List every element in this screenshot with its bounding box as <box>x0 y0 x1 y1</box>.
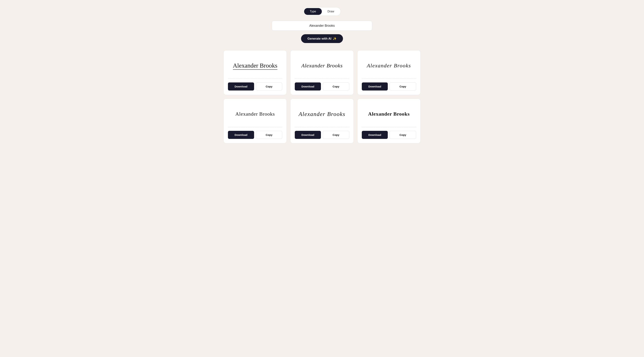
signature-card-2: Alexander Brooks Download Copy <box>290 50 354 95</box>
card-actions-1: Download Copy <box>228 82 282 90</box>
signature-card-1: Alexander Brooks Download Copy <box>224 50 287 95</box>
download-button-2[interactable]: Download <box>295 82 321 90</box>
card-actions-6: Download Copy <box>362 131 416 139</box>
signature-display-1: Alexander Brooks <box>228 56 282 77</box>
divider-4 <box>228 127 282 127</box>
signature-text-5: Alexander Brooks <box>299 111 346 118</box>
download-button-4[interactable]: Download <box>228 131 254 139</box>
signature-card-5: Alexander Brooks Download Copy <box>290 98 354 143</box>
signature-display-3: Alexander Brooks <box>362 56 416 77</box>
signature-text-4: Alexander Brooks <box>235 111 275 117</box>
signatures-grid: Alexander Brooks Download Copy Alexander… <box>224 50 420 143</box>
signature-card-6: Alexander Brooks Download Copy <box>357 98 420 143</box>
signature-text-2: Alexander Brooks <box>302 62 343 69</box>
signature-display-6: Alexander Brooks <box>362 104 416 126</box>
signature-card-4: Alexander Brooks Download Copy <box>224 98 287 143</box>
download-button-6[interactable]: Download <box>362 131 388 139</box>
signature-display-4: Alexander Brooks <box>228 104 282 126</box>
sparkle-icon: ✨ <box>333 37 336 40</box>
signature-display-5: Alexander Brooks <box>295 104 349 126</box>
signature-text-6: Alexander Brooks <box>368 111 410 117</box>
divider-5 <box>295 127 349 127</box>
download-button-3[interactable]: Download <box>362 82 388 90</box>
copy-button-6[interactable]: Copy <box>390 131 416 139</box>
copy-button-3[interactable]: Copy <box>390 82 416 90</box>
card-actions-3: Download Copy <box>362 82 416 90</box>
copy-button-4[interactable]: Copy <box>256 131 282 139</box>
download-button-5[interactable]: Download <box>295 131 321 139</box>
download-button-1[interactable]: Download <box>228 82 254 90</box>
card-actions-4: Download Copy <box>228 131 282 139</box>
signature-text-1: Alexander Brooks <box>233 62 278 69</box>
tab-draw[interactable]: Draw <box>322 8 340 15</box>
card-actions-2: Download Copy <box>295 82 349 90</box>
divider-6 <box>362 127 416 127</box>
signature-text-3: Alexander Brooks <box>367 62 411 69</box>
generate-label: Generate with AI <box>308 37 332 40</box>
card-actions-5: Download Copy <box>295 131 349 139</box>
copy-button-5[interactable]: Copy <box>323 131 349 139</box>
signature-card-3: Alexander Brooks Download Copy <box>357 50 420 95</box>
tab-toggle: Type Draw <box>303 7 341 16</box>
copy-button-1[interactable]: Copy <box>256 82 282 90</box>
copy-button-2[interactable]: Copy <box>323 82 349 90</box>
signature-display-2: Alexander Brooks <box>295 56 349 77</box>
tab-type[interactable]: Type <box>304 8 322 15</box>
generate-button[interactable]: Generate with AI ✨ <box>301 34 343 43</box>
name-input[interactable] <box>272 21 372 31</box>
